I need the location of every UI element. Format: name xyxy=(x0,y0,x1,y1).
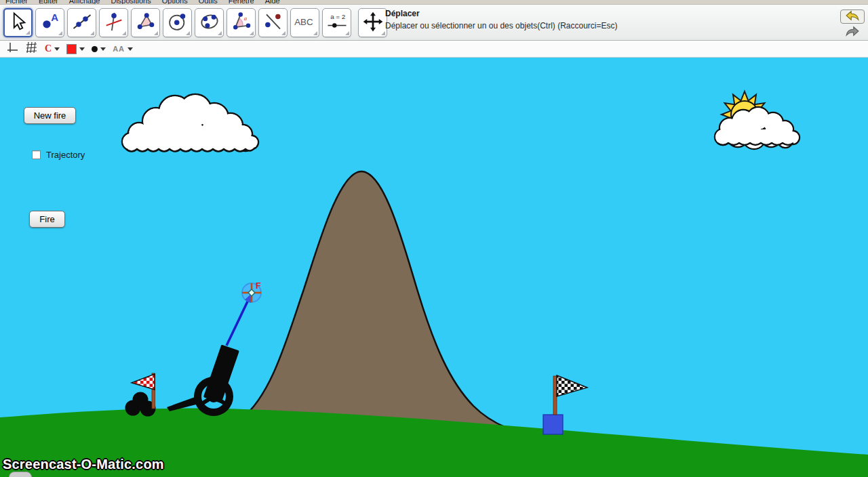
undo-icon xyxy=(845,10,860,24)
move-icon xyxy=(8,12,28,35)
graphics-view[interactable]: F New fire Trajectory Fire Screencast-O-… xyxy=(0,58,868,477)
point-icon: A xyxy=(40,12,60,35)
style-bar: C AA xyxy=(0,41,868,58)
svg-text:ABC: ABC xyxy=(294,16,313,26)
tool-help-title: Déplacer xyxy=(385,9,618,18)
chevron-corner-icon xyxy=(186,31,190,35)
chevron-corner-icon xyxy=(345,31,349,35)
line-icon xyxy=(72,12,92,35)
toolbar: A a xyxy=(0,5,868,41)
chevron-corner-icon xyxy=(381,31,385,35)
tool-help-description: Déplacer ou sélectionner un ou des objet… xyxy=(385,21,618,30)
target-box xyxy=(543,415,563,434)
recorder-pill xyxy=(9,472,32,477)
chevron-down-icon xyxy=(79,47,85,51)
axes-toggle[interactable] xyxy=(7,41,19,56)
angle-icon: a xyxy=(231,12,252,35)
move-view-icon xyxy=(363,12,383,35)
chevron-corner-icon xyxy=(154,31,158,35)
tool-polygon-button[interactable] xyxy=(131,8,160,37)
menu-item-affichage[interactable]: Affichage xyxy=(64,0,106,5)
tool-circle-button[interactable] xyxy=(163,8,192,37)
scene-svg: F xyxy=(0,58,868,477)
tool-move-button[interactable] xyxy=(3,8,33,37)
new-fire-button[interactable]: New fire xyxy=(24,107,76,124)
perpendicular-line-icon xyxy=(104,12,124,35)
tool-point-button[interactable]: A xyxy=(35,8,64,37)
chevron-down-icon xyxy=(100,47,106,51)
chevron-corner-icon xyxy=(122,31,126,35)
tool-line-button[interactable] xyxy=(67,8,96,37)
menu-item-fichier[interactable]: Fichier xyxy=(0,0,33,5)
tool-conic-button[interactable] xyxy=(195,8,224,37)
color-dropdown[interactable] xyxy=(66,44,85,54)
point-style-dropdown[interactable] xyxy=(92,46,106,52)
undo-button[interactable] xyxy=(840,9,865,24)
menu-item-options[interactable]: Options xyxy=(157,0,193,5)
grid-toggle[interactable] xyxy=(26,41,38,56)
redo-icon xyxy=(845,26,860,39)
svg-text:a = 2: a = 2 xyxy=(330,13,345,20)
tool-angle-button[interactable]: a xyxy=(226,8,256,37)
svg-text:a: a xyxy=(243,14,247,21)
menu-bar: FichierEditerAffichageDispositionsOption… xyxy=(0,0,868,5)
point-capture-dropdown[interactable]: C xyxy=(45,43,60,54)
polygon-icon xyxy=(136,12,156,35)
point-capture-icon: C xyxy=(45,43,52,54)
color-swatch-icon xyxy=(66,44,77,54)
text-style-dropdown[interactable]: AA xyxy=(113,45,133,53)
redo-button[interactable] xyxy=(840,25,865,39)
reflection-icon xyxy=(263,12,283,35)
chevron-down-icon xyxy=(127,47,133,51)
chevron-corner-icon xyxy=(313,31,317,35)
tool-text-button[interactable]: ABC xyxy=(290,8,319,37)
checkbox-icon[interactable] xyxy=(32,150,41,159)
menu-item-dispositions[interactable]: Dispositions xyxy=(105,0,156,5)
slider-icon: a = 2 xyxy=(326,12,348,35)
tool-slider-button[interactable]: a = 2 xyxy=(322,8,351,37)
tool-perpendicular-line-button[interactable] xyxy=(99,8,128,37)
fire-button[interactable]: Fire xyxy=(29,211,65,228)
chevron-corner-icon xyxy=(58,31,62,35)
trajectory-checkbox[interactable]: Trajectory xyxy=(32,150,85,160)
point-style-icon xyxy=(92,46,98,52)
chevron-corner-icon xyxy=(218,31,222,35)
trajectory-label: Trajectory xyxy=(46,150,85,160)
chevron-corner-icon xyxy=(90,31,94,35)
tool-move-view-button[interactable] xyxy=(358,8,387,37)
menu-item-aide[interactable]: Aide xyxy=(260,0,285,5)
svg-text:A: A xyxy=(51,12,58,23)
menu-item-editer[interactable]: Editer xyxy=(33,0,64,5)
chevron-corner-icon xyxy=(250,31,254,35)
tool-reflection-button[interactable] xyxy=(258,8,288,37)
conic-icon xyxy=(199,12,220,35)
grid-icon xyxy=(26,41,38,56)
chevron-corner-icon xyxy=(26,30,30,35)
menu-item-outils[interactable]: Outils xyxy=(193,0,223,5)
text-style-icon: AA xyxy=(113,45,125,53)
circle-icon xyxy=(167,12,188,35)
axes-icon xyxy=(7,41,19,56)
point-f-label: F xyxy=(256,281,261,291)
tool-help: Déplacer Déplacer ou sélectionner un ou … xyxy=(385,9,618,30)
chevron-corner-icon xyxy=(281,31,285,35)
menu-item-fenetre[interactable]: Fenêtre xyxy=(223,0,260,5)
screencast-watermark: Screencast-O-Matic.com xyxy=(3,457,164,472)
chevron-down-icon xyxy=(54,47,60,51)
